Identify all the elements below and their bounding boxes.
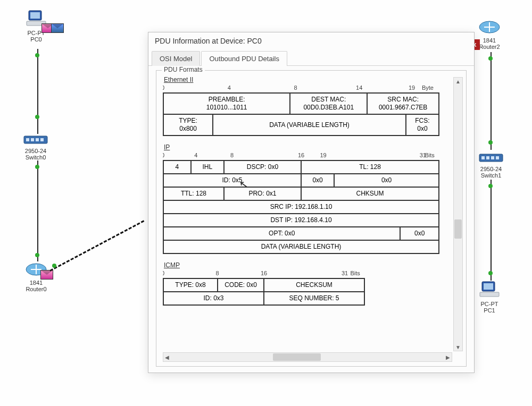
ruler-tick: 8 — [216, 270, 219, 276]
link-line — [37, 160, 38, 261]
svg-rect-5 — [31, 138, 34, 141]
link-dot-icon — [488, 184, 493, 188]
link-dot-icon — [35, 53, 39, 57]
device-type: 2950-24 — [25, 148, 46, 154]
ruler-tick: 16 — [261, 270, 267, 276]
field-ip-data: DATA (VARIABLE LENGTH) — [163, 240, 439, 253]
section-ip-label: IP — [164, 143, 452, 151]
device-name: Switch0 — [26, 154, 46, 160]
ruler-tick: 0 — [163, 84, 164, 91]
svg-rect-4 — [26, 138, 29, 141]
topology-canvas[interactable]: PC-PTPC0 2950-24Switch0 1841Router0 1841… — [0, 0, 532, 406]
device-type: 1841 — [483, 37, 496, 44]
field-dest-mac: DEST MAC: 00D0.D3EB.A101 — [290, 93, 367, 114]
ruler-tick: 14 — [356, 84, 362, 91]
link-line — [37, 49, 38, 134]
ruler-tick: 8 — [294, 84, 297, 91]
device-name: Router2 — [479, 44, 500, 50]
link-dot-icon — [35, 115, 39, 119]
field-preamble: PREAMBLE: 101010...1011 — [163, 93, 290, 114]
field-ip-ihl: IHL — [191, 160, 224, 174]
ruler-tick: 0 — [163, 152, 164, 158]
tab-outbound-pdu[interactable]: Outbound PDU Details — [201, 51, 287, 66]
horizontal-scrollbar[interactable]: ◀ ▶ — [163, 352, 452, 362]
svg-rect-17 — [480, 292, 499, 297]
field-src-mac: SRC MAC: 0001.9667.C7EB — [367, 93, 439, 114]
field-ip-tl: TL: 128 — [301, 160, 439, 174]
field-icmp-checksum: CHECKSUM — [264, 278, 364, 292]
link-dot-icon — [488, 140, 493, 145]
device-pc0[interactable]: PC-PTPC0 — [26, 10, 47, 43]
field-ip-frag: 0x0 — [334, 174, 439, 187]
link-dot-icon — [52, 264, 56, 268]
ethernet-header-table: PREAMBLE: 101010...1011 DEST MAC: 00D0.D… — [163, 92, 439, 136]
field-ip-src: SRC IP: 192.168.1.10 — [163, 200, 439, 214]
device-type: 2950-24 — [480, 166, 502, 172]
field-ip-id: ID: 0x5 — [163, 174, 301, 187]
svg-rect-13 — [491, 156, 494, 159]
ruler-tick: 31 — [342, 270, 348, 276]
ruler-unit: Bits — [425, 152, 434, 158]
link-serial-line — [49, 220, 144, 272]
field-ip-pad: 0x0 — [400, 227, 439, 240]
svg-rect-6 — [36, 138, 39, 141]
field-ip-protocol: PRO: 0x1 — [224, 187, 301, 200]
scroll-thumb[interactable] — [454, 219, 462, 239]
device-switch0[interactable]: 2950-24Switch0 — [23, 134, 48, 160]
device-name: PC0 — [30, 36, 41, 43]
ruler-unit: Bits — [350, 270, 360, 276]
ruler-tick: 16 — [298, 152, 304, 158]
field-ip-version: 4 — [163, 160, 191, 174]
pc-icon — [479, 281, 500, 299]
ruler-tick: 4 — [194, 152, 197, 158]
field-ip-dst: DST IP: 192.168.4.10 — [163, 214, 439, 227]
device-router0[interactable]: 1841Router0 — [26, 261, 47, 292]
svg-rect-11 — [481, 156, 485, 159]
field-fcs: FCS: 0x0 — [406, 114, 439, 136]
svg-rect-1 — [30, 12, 40, 19]
field-ip-flags: 0x0 — [301, 174, 334, 187]
section-icmp-label: ICMP — [164, 261, 452, 269]
field-ip-ttl: TTL: 128 — [163, 187, 224, 200]
ruler-tick: 8 — [230, 152, 234, 158]
tab-osi-model[interactable]: OSI Model — [152, 51, 200, 66]
field-ethertype: TYPE: 0x800 — [163, 114, 213, 136]
tab-bar: OSI Model Outbound PDU Details — [148, 50, 474, 66]
field-ip-dscp: DSCP: 0x0 — [224, 160, 301, 174]
field-icmp-type: TYPE: 0x8 — [163, 278, 218, 292]
link-dot-icon — [488, 271, 493, 275]
envelope-icon — [51, 23, 64, 33]
device-switch1[interactable]: 2950-24Switch1 — [479, 152, 503, 179]
svg-rect-16 — [484, 283, 493, 290]
scroll-right-icon[interactable]: ▶ — [444, 353, 452, 361]
ruler-unit: Byte — [422, 84, 434, 91]
device-name: PC1 — [484, 307, 495, 314]
pdu-info-window[interactable]: PDU Information at Device: PC0 OSI Model… — [148, 32, 475, 373]
field-ip-checksum: CHKSUM — [301, 187, 439, 200]
ruler-tick: 19 — [409, 84, 415, 91]
ruler-tick: 4 — [228, 84, 231, 91]
scroll-down-icon[interactable]: ▼ — [454, 343, 462, 351]
svg-rect-7 — [40, 138, 44, 141]
link-dot-icon — [35, 165, 39, 169]
device-name: Switch1 — [481, 172, 502, 179]
scroll-thumb[interactable] — [273, 353, 321, 361]
link-dot-icon — [488, 56, 493, 61]
fieldset-legend: PDU Formats — [162, 66, 205, 73]
svg-rect-14 — [496, 156, 499, 159]
field-eth-data: DATA (VARIABLE LENGTH) — [213, 114, 406, 136]
device-pc1[interactable]: PC-PTPC1 — [479, 281, 500, 314]
scroll-left-icon[interactable]: ◀ — [163, 353, 171, 361]
device-router2[interactable]: 1841Router2 — [479, 19, 500, 50]
field-icmp-code: CODE: 0x0 — [218, 278, 264, 292]
icmp-header-table: TYPE: 0x8 CODE: 0x0 CHECKSUM ID: 0x3 SEQ… — [163, 278, 365, 306]
envelope-icon — [40, 270, 53, 280]
device-type: PC-PT — [481, 301, 498, 307]
vertical-scrollbar[interactable]: ▲ ▼ — [453, 77, 463, 351]
svg-rect-12 — [486, 156, 489, 159]
link-line — [491, 52, 492, 150]
scroll-up-icon[interactable]: ▲ — [454, 78, 462, 85]
switch-icon — [23, 134, 48, 146]
device-name: Router0 — [26, 286, 46, 292]
ip-header-table: 4 IHL DSCP: 0x0 TL: 128 ID: 0x5 0x0 0x0 … — [163, 160, 439, 254]
